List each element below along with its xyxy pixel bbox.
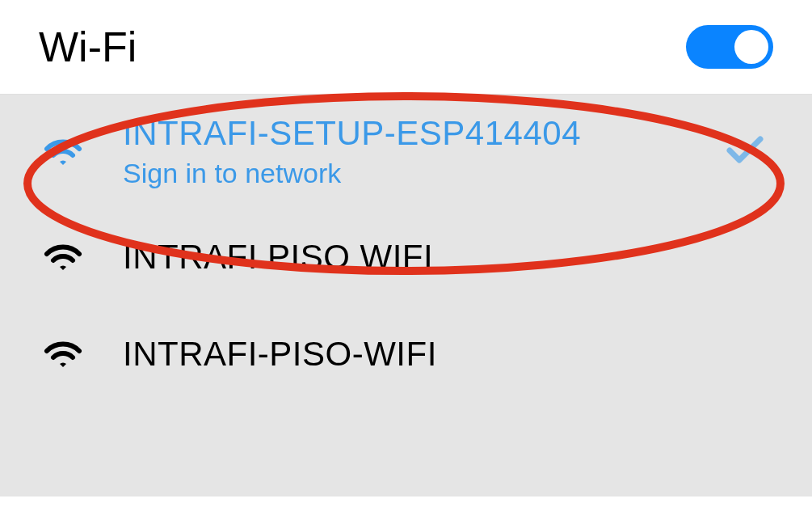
network-name: INTRAFI PISO WIFI: [123, 238, 773, 277]
network-item[interactable]: INTRAFI PISO WIFI: [0, 209, 812, 306]
network-text: INTRAFI PISO WIFI: [123, 238, 773, 277]
network-name: INTRAFI-PISO-WIFI: [123, 335, 773, 374]
network-status: Sign in to network: [123, 158, 773, 189]
wifi-icon: [42, 136, 84, 168]
network-item-connected[interactable]: INTRAFI-SETUP-ESP414404 Sign in to netwo…: [0, 95, 812, 209]
network-text: INTRAFI-SETUP-ESP414404 Sign in to netwo…: [123, 114, 773, 189]
network-list: INTRAFI-SETUP-ESP414404 Sign in to netwo…: [0, 95, 812, 496]
network-name: INTRAFI-SETUP-ESP414404: [123, 114, 773, 153]
network-text: INTRAFI-PISO-WIFI: [123, 335, 773, 374]
checkmark-icon: [726, 136, 764, 168]
wifi-header: Wi-Fi: [0, 0, 812, 95]
toggle-knob: [734, 30, 768, 64]
page-title: Wi-Fi: [39, 23, 137, 71]
network-item[interactable]: INTRAFI-PISO-WIFI: [0, 306, 812, 403]
wifi-toggle[interactable]: [686, 25, 773, 69]
wifi-icon: [42, 241, 84, 273]
wifi-icon: [42, 338, 84, 370]
